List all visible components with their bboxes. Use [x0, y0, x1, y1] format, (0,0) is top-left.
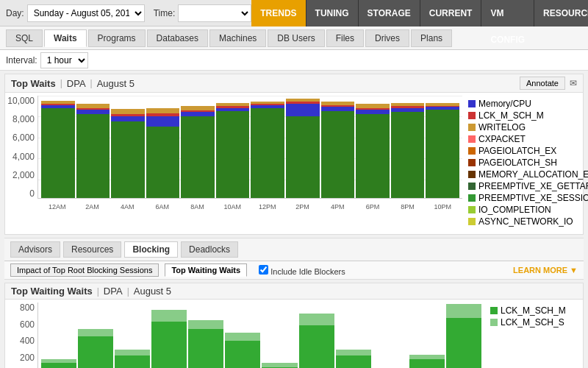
time-label: Time:: [154, 8, 176, 18]
interval-select[interactable]: 1 hour: [40, 52, 88, 68]
bottom-tab-resources[interactable]: Resources: [63, 241, 121, 258]
bar-group: [286, 96, 320, 198]
y-label-10000: 10,000: [7, 96, 35, 106]
top-chart-sub2: August 5: [97, 78, 135, 89]
legend-item: Memory/CPU: [468, 99, 574, 109]
bar-segment: [76, 114, 110, 198]
bar-segment: [41, 108, 75, 198]
mail-icon[interactable]: ✉: [570, 78, 577, 88]
bottom-chart-canvas: 800 600 400 200 0 12AM2AM4AM6AM8AM10AM12…: [8, 302, 484, 368]
by-label-200: 200: [20, 353, 35, 363]
learn-more-link[interactable]: LEARN MORE ▼: [513, 266, 578, 275]
idle-blockers-label[interactable]: Include Idle Blockers: [259, 265, 345, 276]
nav-tab-tuning[interactable]: TUNING: [306, 0, 359, 26]
legend-color: [490, 307, 498, 314]
bar-group: [146, 96, 180, 198]
bar-group: [356, 96, 390, 198]
interval-label: Interval:: [6, 55, 37, 66]
bar-segment: [115, 350, 150, 355]
bottom-bar-group: [115, 302, 150, 368]
day-select[interactable]: Sunday - August 05, 2018: [27, 4, 145, 22]
bar-segment: [336, 355, 371, 368]
bar-segment: [146, 116, 180, 127]
nav-tab-current[interactable]: CURRENT: [420, 0, 482, 26]
bottom-bar-group: [41, 302, 76, 368]
x-label: 4AM: [110, 203, 144, 210]
sub-tab-machines[interactable]: Machines: [209, 29, 266, 47]
sub-tab-files[interactable]: Files: [326, 29, 364, 47]
bar-segment: [225, 341, 260, 368]
time-select[interactable]: [178, 4, 251, 22]
bottom-bar-group: [409, 302, 445, 368]
legend-label: CXPACKET: [478, 134, 526, 144]
legend-label: LCK_M_SCH_S: [501, 317, 564, 328]
nav-tab-vm-config[interactable]: VM CONFIG: [481, 0, 534, 26]
legend-label: PREEMPTIVE_XE_SESSIONCOMMI: [478, 193, 588, 203]
legend-label: PREEMPTIVE_XE_GETTARGETSTA: [478, 181, 588, 191]
bar-segment: [321, 111, 355, 198]
top-waiting-waits-btn[interactable]: Top Waiting Waits: [165, 263, 247, 277]
nav-tab-trends[interactable]: TRENDS: [251, 0, 306, 26]
bar-segment: [111, 116, 145, 121]
nav-tab-storage-io[interactable]: STORAGE I/O: [359, 0, 420, 26]
controls-row: Interval: 1 hour: [0, 50, 588, 71]
top-chart-canvas: 10,000 8,000 6,000 4,000 2,000 0 12AM2AM…: [8, 96, 462, 213]
bar-segment: [151, 310, 187, 321]
sub-tab-waits[interactable]: Waits: [44, 29, 87, 47]
bar-segment: [426, 110, 459, 198]
legend-color: [490, 319, 498, 326]
bar-segment: [78, 336, 113, 368]
blocking-bar: Impact of Top Root Blocking Sessions Top…: [4, 261, 584, 280]
y-label-6000: 6,000: [12, 132, 35, 143]
idle-blockers-checkbox[interactable]: [259, 265, 268, 275]
y-label-2000: 2,000: [12, 170, 35, 180]
nav-tab-resources[interactable]: RESOURCES: [534, 0, 588, 26]
legend-color: [468, 112, 476, 119]
bar-segment: [336, 350, 371, 355]
bar-segment: [299, 325, 334, 368]
bottom-tab-deadlocks[interactable]: Deadlocks: [181, 241, 238, 258]
top-chart-area: 10,000 8,000 6,000 4,000 2,000 0 12AM2AM…: [5, 93, 583, 234]
sub-tab-drives[interactable]: Drives: [365, 29, 409, 47]
bar-segment: [188, 320, 223, 329]
legend-item: MEMORY_ALLOCATION_EXT: [468, 169, 574, 180]
sub-tab-dbusers[interactable]: DB Users: [268, 29, 324, 47]
annotate-button[interactable]: Annotate: [520, 77, 565, 90]
bar-segment: [146, 108, 180, 113]
legend-label: WRITELOG: [478, 122, 526, 132]
bottom-tab-blocking[interactable]: Blocking: [124, 241, 178, 258]
bottom-chart-section: Top Waiting Waits | DPA | August 5 800 6…: [4, 283, 584, 368]
by-label-800: 800: [20, 302, 35, 313]
legend-color: [468, 194, 476, 202]
bottom-chart-sub1: DPA: [104, 286, 123, 297]
legend-label: Memory/CPU: [478, 99, 531, 109]
bar-segment: [111, 109, 145, 114]
y-label-4000: 4,000: [12, 152, 35, 162]
top-chart-title: Top Waits: [11, 78, 56, 89]
x-label: 8AM: [181, 203, 215, 210]
bottom-legend: LCK_M_SCH_MLCK_M_SCH_S: [484, 302, 580, 368]
legend-color: [468, 171, 476, 178]
sub-tab-plans[interactable]: Plans: [411, 29, 452, 47]
bottom-bar-group: [151, 302, 187, 368]
legend-item: LCK_M_SCH_M: [468, 110, 574, 121]
bottom-bar-group: [262, 302, 297, 368]
legend-color: [468, 183, 476, 190]
bottom-y-axis: 800 600 400 200 0: [8, 302, 37, 368]
x-label: 4PM: [320, 203, 354, 210]
sub-tab-programs[interactable]: Programs: [88, 29, 146, 47]
bottom-chart-header: Top Waiting Waits | DPA | August 5: [5, 283, 583, 300]
top-chart-section: Top Waits | DPA | August 5 Annotate ✉ 10…: [4, 74, 584, 235]
y-axis: 10,000 8,000 6,000 4,000 2,000 0: [8, 96, 37, 199]
bottom-tab-advisors[interactable]: Advisors: [10, 241, 60, 258]
bottom-bar-group: [188, 302, 223, 368]
sub-tab-sql[interactable]: SQL: [6, 29, 43, 47]
impact-blocking-btn[interactable]: Impact of Top Root Blocking Sessions: [10, 263, 159, 277]
sub-tab-databases[interactable]: Databases: [147, 29, 208, 47]
legend-label: LCK_M_SCH_M: [501, 305, 566, 316]
bar-segment: [146, 127, 180, 198]
top-bar: Day: Sunday - August 05, 2018 Time: TREN…: [0, 0, 588, 26]
legend-color: [468, 100, 476, 107]
by-label-600: 600: [20, 319, 35, 330]
bar-group: [251, 96, 284, 198]
